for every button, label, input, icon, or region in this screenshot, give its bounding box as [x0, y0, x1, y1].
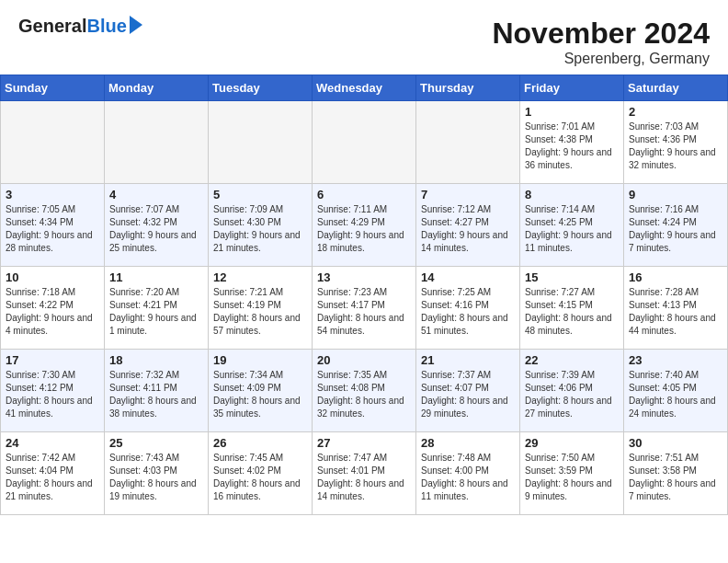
day-number: 10 — [6, 270, 99, 284]
weekday-header-sunday: Sunday — [1, 75, 105, 101]
day-info: Sunrise: 7:39 AM Sunset: 4:06 PM Dayligh… — [525, 369, 619, 420]
day-number: 4 — [109, 188, 203, 201]
day-number: 26 — [213, 436, 307, 450]
logo-arrow-icon — [130, 16, 142, 34]
empty-cell — [416, 101, 520, 184]
location: Sperenberg, Germany — [492, 51, 710, 67]
empty-cell — [105, 101, 209, 184]
day-info: Sunrise: 7:48 AM Sunset: 4:00 PM Dayligh… — [421, 452, 515, 503]
weekday-header-row: SundayMondayTuesdayWednesdayThursdayFrid… — [1, 75, 728, 101]
empty-cell — [209, 101, 313, 184]
day-number: 30 — [629, 436, 722, 450]
day-cell-28: 28Sunrise: 7:48 AM Sunset: 4:00 PM Dayli… — [416, 432, 520, 515]
day-number: 7 — [421, 188, 515, 201]
day-info: Sunrise: 7:14 AM Sunset: 4:25 PM Dayligh… — [525, 203, 619, 255]
logo: General Blue — [18, 17, 142, 35]
day-cell-2: 2Sunrise: 7:03 AM Sunset: 4:36 PM Daylig… — [624, 101, 728, 184]
day-info: Sunrise: 7:01 AM Sunset: 4:38 PM Dayligh… — [525, 121, 619, 172]
day-cell-21: 21Sunrise: 7:37 AM Sunset: 4:07 PM Dayli… — [416, 350, 520, 432]
weekday-header-wednesday: Wednesday — [313, 75, 416, 101]
week-row-3: 10Sunrise: 7:18 AM Sunset: 4:22 PM Dayli… — [1, 267, 728, 350]
day-number: 6 — [317, 188, 411, 201]
day-cell-4: 4Sunrise: 7:07 AM Sunset: 4:32 PM Daylig… — [105, 184, 209, 267]
day-info: Sunrise: 7:11 AM Sunset: 4:29 PM Dayligh… — [317, 203, 411, 255]
day-number: 11 — [109, 270, 203, 284]
week-row-5: 24Sunrise: 7:42 AM Sunset: 4:04 PM Dayli… — [1, 432, 728, 515]
day-number: 5 — [213, 188, 307, 201]
weekday-header-friday: Friday — [520, 75, 624, 101]
day-info: Sunrise: 7:21 AM Sunset: 4:19 PM Dayligh… — [213, 286, 307, 338]
day-cell-12: 12Sunrise: 7:21 AM Sunset: 4:19 PM Dayli… — [209, 267, 313, 350]
day-cell-5: 5Sunrise: 7:09 AM Sunset: 4:30 PM Daylig… — [209, 184, 313, 267]
day-cell-13: 13Sunrise: 7:23 AM Sunset: 4:17 PM Dayli… — [313, 267, 416, 350]
day-info: Sunrise: 7:35 AM Sunset: 4:08 PM Dayligh… — [317, 369, 411, 420]
day-number: 19 — [213, 353, 307, 367]
weekday-header-thursday: Thursday — [416, 75, 520, 101]
day-cell-27: 27Sunrise: 7:47 AM Sunset: 4:01 PM Dayli… — [313, 432, 416, 515]
day-cell-11: 11Sunrise: 7:20 AM Sunset: 4:21 PM Dayli… — [105, 267, 209, 350]
day-cell-18: 18Sunrise: 7:32 AM Sunset: 4:11 PM Dayli… — [105, 350, 209, 432]
day-number: 21 — [421, 353, 515, 367]
day-cell-15: 15Sunrise: 7:27 AM Sunset: 4:15 PM Dayli… — [520, 267, 624, 350]
day-number: 1 — [525, 105, 619, 119]
calendar-table: SundayMondayTuesdayWednesdayThursdayFrid… — [0, 75, 728, 515]
day-cell-29: 29Sunrise: 7:50 AM Sunset: 3:59 PM Dayli… — [520, 432, 624, 515]
day-info: Sunrise: 7:25 AM Sunset: 4:16 PM Dayligh… — [421, 286, 515, 338]
day-number: 29 — [525, 436, 619, 450]
day-number: 16 — [629, 270, 722, 284]
week-row-4: 17Sunrise: 7:30 AM Sunset: 4:12 PM Dayli… — [1, 350, 728, 432]
day-number: 22 — [525, 353, 619, 367]
day-info: Sunrise: 7:27 AM Sunset: 4:15 PM Dayligh… — [525, 286, 619, 338]
day-info: Sunrise: 7:18 AM Sunset: 4:22 PM Dayligh… — [6, 286, 99, 338]
day-number: 15 — [525, 270, 619, 284]
day-info: Sunrise: 7:23 AM Sunset: 4:17 PM Dayligh… — [317, 286, 411, 338]
day-info: Sunrise: 7:50 AM Sunset: 3:59 PM Dayligh… — [525, 452, 619, 503]
day-cell-9: 9Sunrise: 7:16 AM Sunset: 4:24 PM Daylig… — [624, 184, 728, 267]
day-number: 18 — [109, 353, 203, 367]
day-cell-17: 17Sunrise: 7:30 AM Sunset: 4:12 PM Dayli… — [1, 350, 105, 432]
day-number: 2 — [629, 105, 722, 119]
day-info: Sunrise: 7:30 AM Sunset: 4:12 PM Dayligh… — [6, 369, 99, 420]
day-number: 12 — [213, 270, 307, 284]
day-cell-6: 6Sunrise: 7:11 AM Sunset: 4:29 PM Daylig… — [313, 184, 416, 267]
day-cell-14: 14Sunrise: 7:25 AM Sunset: 4:16 PM Dayli… — [416, 267, 520, 350]
day-info: Sunrise: 7:45 AM Sunset: 4:02 PM Dayligh… — [213, 452, 307, 503]
day-info: Sunrise: 7:37 AM Sunset: 4:07 PM Dayligh… — [421, 369, 515, 420]
month-title: November 2024 — [492, 17, 710, 51]
day-cell-22: 22Sunrise: 7:39 AM Sunset: 4:06 PM Dayli… — [520, 350, 624, 432]
day-info: Sunrise: 7:12 AM Sunset: 4:27 PM Dayligh… — [421, 203, 515, 255]
day-number: 23 — [629, 353, 722, 367]
day-info: Sunrise: 7:42 AM Sunset: 4:04 PM Dayligh… — [6, 452, 99, 503]
day-number: 8 — [525, 188, 619, 201]
day-cell-3: 3Sunrise: 7:05 AM Sunset: 4:34 PM Daylig… — [1, 184, 105, 267]
day-number: 20 — [317, 353, 411, 367]
empty-cell — [313, 101, 416, 184]
weekday-header-monday: Monday — [105, 75, 209, 101]
day-info: Sunrise: 7:16 AM Sunset: 4:24 PM Dayligh… — [629, 203, 722, 255]
day-cell-7: 7Sunrise: 7:12 AM Sunset: 4:27 PM Daylig… — [416, 184, 520, 267]
title-block: November 2024 Sperenberg, Germany — [492, 17, 710, 67]
day-info: Sunrise: 7:05 AM Sunset: 4:34 PM Dayligh… — [6, 203, 99, 255]
day-info: Sunrise: 7:09 AM Sunset: 4:30 PM Dayligh… — [213, 203, 307, 255]
day-cell-26: 26Sunrise: 7:45 AM Sunset: 4:02 PM Dayli… — [209, 432, 313, 515]
logo-blue: Blue — [86, 17, 126, 35]
day-cell-23: 23Sunrise: 7:40 AM Sunset: 4:05 PM Dayli… — [624, 350, 728, 432]
day-cell-25: 25Sunrise: 7:43 AM Sunset: 4:03 PM Dayli… — [105, 432, 209, 515]
page-header: General Blue November 2024 Sperenberg, G… — [0, 0, 728, 75]
day-number: 28 — [421, 436, 515, 450]
day-number: 9 — [629, 188, 722, 201]
day-cell-1: 1Sunrise: 7:01 AM Sunset: 4:38 PM Daylig… — [520, 101, 624, 184]
day-number: 17 — [6, 353, 99, 367]
day-number: 14 — [421, 270, 515, 284]
week-row-2: 3Sunrise: 7:05 AM Sunset: 4:34 PM Daylig… — [1, 184, 728, 267]
day-cell-30: 30Sunrise: 7:51 AM Sunset: 3:58 PM Dayli… — [624, 432, 728, 515]
day-info: Sunrise: 7:32 AM Sunset: 4:11 PM Dayligh… — [109, 369, 203, 420]
logo-general: General — [18, 17, 86, 35]
day-number: 13 — [317, 270, 411, 284]
day-cell-24: 24Sunrise: 7:42 AM Sunset: 4:04 PM Dayli… — [1, 432, 105, 515]
day-number: 24 — [6, 436, 99, 450]
day-cell-20: 20Sunrise: 7:35 AM Sunset: 4:08 PM Dayli… — [313, 350, 416, 432]
day-cell-10: 10Sunrise: 7:18 AM Sunset: 4:22 PM Dayli… — [1, 267, 105, 350]
day-info: Sunrise: 7:03 AM Sunset: 4:36 PM Dayligh… — [629, 121, 722, 172]
day-number: 3 — [6, 188, 99, 201]
